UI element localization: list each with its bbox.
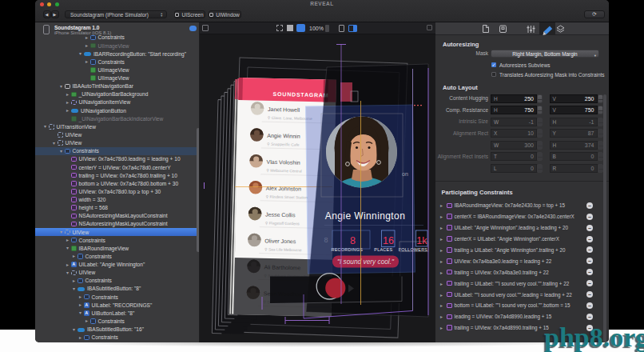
svg-text:Alex Johnston: Alex Johnston <box>266 186 301 192</box>
svg-text:⚲ Sea Life Melbourne: ⚲ Sea Life Melbourne <box>264 247 302 252</box>
svg-text:Vlas Voloshin: Vlas Voloshin <box>267 159 300 166</box>
svg-text:FOLLOWERS: FOLLOWERS <box>399 247 428 252</box>
svg-text:8: 8 <box>324 236 328 244</box>
svg-text:8: 8 <box>350 235 356 246</box>
svg-text:"I sound very cool.": "I sound very cool." <box>337 258 395 266</box>
svg-text:Angie Winnington: Angie Winnington <box>325 210 405 222</box>
svg-text:Jesse Collis: Jesse Collis <box>265 212 296 218</box>
svg-text:⚲ Melbourne Central: ⚲ Melbourne Central <box>266 169 301 174</box>
svg-text:⚲ Snapperific Cafe: ⚲ Snapperific Cafe <box>267 142 300 147</box>
svg-text:⚲ Flagstaff Gardens: ⚲ Flagstaff Gardens <box>265 221 300 226</box>
svg-text:16: 16 <box>383 235 394 246</box>
svg-text:Janet Howell: Janet Howell <box>268 106 300 113</box>
svg-text:1k: 1k <box>416 235 427 246</box>
svg-text:RECORDINGS: RECORDINGS <box>332 247 364 252</box>
svg-text:on: on <box>402 171 408 177</box>
svg-text:Oliver Jones: Oliver Jones <box>264 238 296 244</box>
svg-text:PLACES: PLACES <box>374 247 392 252</box>
